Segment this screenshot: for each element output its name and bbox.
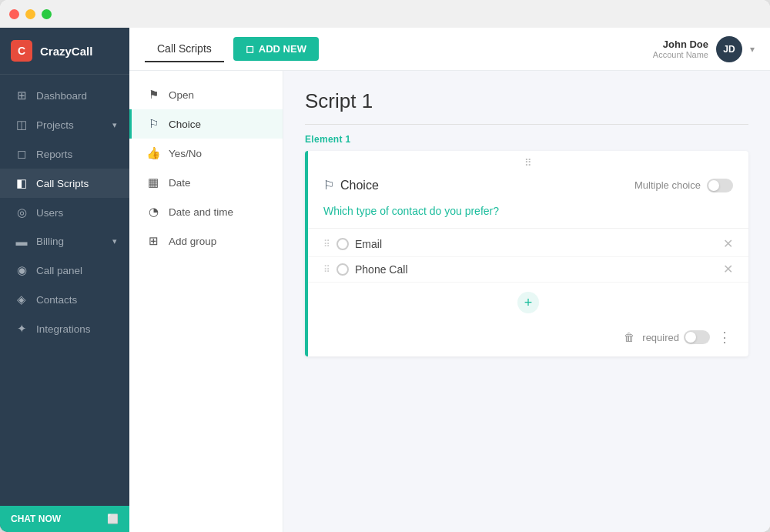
billing-icon: ▬ [15,235,28,248]
choice-radio[interactable] [336,238,349,250]
sidebar-item-projects[interactable]: ◫ Projects ▾ [0,110,129,139]
choice-drag-icon[interactable]: ⠿ [323,264,330,275]
brand-icon: C [11,40,32,62]
sidebar-item-call-scripts[interactable]: ◧ Call Scripts [0,169,129,198]
sidebar-item-label: Call Scripts [36,178,89,189]
call-scripts-icon: ◧ [15,176,28,190]
chevron-down-icon[interactable]: ▾ [750,44,755,55]
panel-item-open[interactable]: ⚑ Open [129,80,283,109]
choice-icon: ⚐ [146,117,161,131]
brand-name: CrazyCall [40,45,92,58]
multiple-choice-toggle[interactable]: Multiple choice [634,179,733,192]
sidebar-item-dashboard[interactable]: ⊞ Dashboard [0,81,129,110]
chat-now-button[interactable]: CHAT NOW ⬜ [0,506,129,532]
content-area: ⚑ Open ⚐ Choice 👍 Yes/No ▦ Date [129,71,770,532]
panel-item-date[interactable]: ▦ Date [129,168,283,197]
element-label: Element 1 [305,134,748,145]
sidebar-item-contacts[interactable]: ◈ Contacts [0,285,129,314]
panel-item-label: Choice [169,119,201,130]
drag-handle[interactable]: ⠿ [308,151,748,172]
trash-icon[interactable]: 🗑 [624,331,634,343]
card-type: ⚐ Choice [323,178,379,192]
panel-item-add-group[interactable]: ⊞ Add group [129,226,283,256]
toggle-switch[interactable] [707,179,733,192]
choice-type-icon: ⚐ [323,178,334,192]
sidebar-item-label: Dashboard [36,90,87,102]
user-name: John Doe [653,38,708,50]
minimize-dot[interactable] [25,9,35,19]
sidebar-item-reports[interactable]: ◻ Reports [0,139,129,169]
add-icon: ◻ [246,43,254,55]
add-group-icon: ⊞ [146,234,161,248]
integrations-icon: ✦ [15,322,28,336]
add-choice-row: + [308,283,748,323]
panel-item-yes-no[interactable]: 👍 Yes/No [129,139,283,168]
card-header: ⚐ Choice Multiple choice [308,172,748,202]
more-options-button[interactable]: ⋮ [718,329,733,346]
user-info: John Doe Account Name JD ▾ [653,36,755,62]
sidebar-nav: ⊞ Dashboard ◫ Projects ▾ ◻ Reports ◧ Cal… [0,75,129,506]
panel-item-label: Open [169,89,194,101]
yes-no-icon: 👍 [146,146,161,160]
tab-call-scripts[interactable]: Call Scripts [145,36,224,62]
divider [308,228,748,229]
choice-row-email: ⠿ Email ✕ [308,232,748,257]
open-icon: ⚑ [146,88,161,102]
reports-icon: ◻ [15,147,28,161]
choice-text-email: Email [355,238,717,250]
card-footer: 🗑 required ⋮ [308,323,748,356]
choice-text-phone: Phone Call [355,263,717,276]
topbar: Call Scripts ◻ ADD NEW John Doe Account … [129,28,770,71]
sidebar-item-label: Projects [36,119,74,131]
titlebar [0,0,770,28]
chevron-down-icon: ▾ [112,120,117,130]
panel-item-label: Add group [169,236,216,247]
user-text: John Doe Account Name [653,38,708,59]
app-body: C CrazyCall ⊞ Dashboard ◫ Projects ▾ ◻ R… [0,28,770,532]
delete-choice-icon[interactable]: ✕ [723,263,733,276]
sidebar-item-label: Reports [36,149,72,160]
brand: C CrazyCall [0,28,129,75]
sidebar-item-label: Contacts [36,294,77,306]
call-panel-icon: ◉ [15,263,28,277]
contacts-icon: ◈ [15,293,28,306]
choice-drag-icon[interactable]: ⠿ [323,239,330,249]
panel-item-label: Yes/No [169,148,202,159]
maximize-dot[interactable] [42,9,52,19]
script-title: Script 1 [305,89,748,125]
projects-icon: ◫ [15,118,28,132]
required-toggle-knob [685,332,696,343]
main-content: Call Scripts ◻ ADD NEW John Doe Account … [129,28,770,532]
sidebar-item-label: Billing [36,236,64,247]
date-time-icon: ◔ [146,205,161,219]
sidebar-item-call-panel[interactable]: ◉ Call panel [0,256,129,285]
sidebar-item-label: Integrations [36,323,91,335]
close-dot[interactable] [9,9,19,19]
add-new-label: ADD NEW [259,43,306,55]
choice-radio[interactable] [336,263,349,276]
add-choice-button[interactable]: + [517,292,539,313]
panel-item-choice[interactable]: ⚐ Choice [129,109,283,139]
dashboard-icon: ⊞ [15,89,28,102]
user-account: Account Name [653,50,708,59]
panel-item-date-time[interactable]: ◔ Date and time [129,197,283,226]
chevron-down-icon: ▾ [112,236,117,246]
required-row: required [642,330,710,344]
sidebar-item-label: Call panel [36,265,82,276]
card-type-label: Choice [340,179,379,192]
add-new-button[interactable]: ◻ ADD NEW [233,37,319,61]
toggle-knob [708,180,719,191]
sidebar-item-billing[interactable]: ▬ Billing ▾ [0,227,129,256]
required-toggle[interactable] [684,330,710,344]
sidebar-item-integrations[interactable]: ✦ Integrations [0,314,129,343]
left-panel: ⚑ Open ⚐ Choice 👍 Yes/No ▦ Date [129,71,283,532]
app-window: C CrazyCall ⊞ Dashboard ◫ Projects ▾ ◻ R… [0,0,770,532]
card-question[interactable]: Which type of contact do you prefer? [308,202,748,228]
avatar: JD [716,36,742,62]
delete-choice-icon[interactable]: ✕ [723,238,733,250]
sidebar-item-users[interactable]: ◎ Users [0,198,129,227]
multiple-choice-label: Multiple choice [634,179,701,191]
chat-icon: ⬜ [107,514,119,524]
required-label: required [642,332,679,343]
users-icon: ◎ [15,206,28,219]
